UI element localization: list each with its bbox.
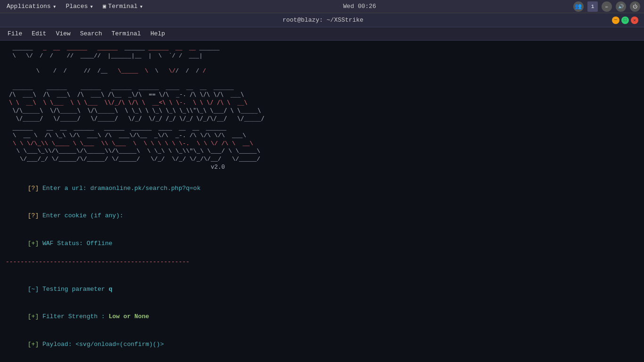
menu-search[interactable]: Search — [76, 29, 106, 38]
terminal-output: [?] Enter a url: dramaonline.pk/search.p… — [6, 174, 638, 362]
line-cookie: [?] Enter cookie (if any): — [6, 202, 638, 230]
menu-file[interactable]: File — [4, 29, 26, 38]
datetime: Wed 00:26 — [343, 3, 376, 10]
terminal-icon: ▣ — [103, 3, 106, 10]
pen-icon[interactable]: ✏ — [602, 1, 612, 12]
maximize-button[interactable]: □ — [621, 16, 629, 24]
line-efficiency: [+] Efficiency: 100% — [6, 358, 638, 362]
power-icon[interactable]: ⏻ — [630, 1, 640, 12]
terminal-label: Terminal — [108, 3, 137, 10]
empty-1 — [6, 266, 638, 275]
menu-bar: File Edit View Search Terminal Help — [0, 27, 644, 41]
line-url: [?] Enter a url: dramaonline.pk/search.p… — [6, 174, 638, 202]
xsstrike-ascii: ______ __ __ ______ ______ ______ ____ _… — [6, 124, 638, 172]
terminal-arrow: ▾ — [140, 3, 143, 10]
places-menu[interactable]: Places ▾ — [63, 2, 96, 11]
top-bar: Applications ▾ Places ▾ ▣ Terminal ▾ Wed… — [0, 0, 644, 13]
menu-edit[interactable]: Edit — [28, 29, 50, 38]
menu-terminal[interactable]: Terminal — [107, 29, 144, 38]
title-bar: root@blazy: ~/XSStrike ─ □ ✕ — [0, 13, 644, 27]
applications-label: Applications — [7, 3, 51, 10]
places-arrow: ▾ — [90, 3, 93, 10]
line-filter: [+] Filter Strength : Low or None — [6, 303, 638, 331]
applications-menu[interactable]: Applications ▾ — [4, 2, 59, 11]
places-label: Places — [66, 3, 88, 10]
line-waf: [+] WAF Status: Offline — [6, 230, 638, 257]
volume-icon[interactable]: 🔊 — [616, 1, 626, 12]
terminal-menu[interactable]: ▣ Terminal ▾ — [100, 2, 146, 11]
applications-arrow: ▾ — [53, 3, 57, 10]
line-testing-param: [~] Testing parameter q — [6, 275, 638, 303]
close-button[interactable]: ✕ — [631, 16, 638, 24]
ascii-art-banner: ______ _ __ ______ ______ ______ ______ … — [6, 44, 638, 83]
menu-view[interactable]: View — [52, 29, 74, 38]
dashed-divider: ----------------------------------------… — [6, 257, 638, 267]
workspace-indicator[interactable]: 1 — [587, 1, 598, 12]
window-title: root@blazy: ~/XSStrike — [34, 16, 612, 24]
line-payload1: [+] Payload: <svg/onload=(confirm)()> — [6, 330, 638, 358]
menu-help[interactable]: Help — [147, 29, 169, 38]
window-controls: ─ □ ✕ — [612, 16, 638, 24]
terminal[interactable]: ______ _ __ ______ ______ ______ ______ … — [0, 41, 644, 362]
minimize-button[interactable]: ─ — [612, 16, 619, 24]
users-icon[interactable]: 👥 — [573, 1, 584, 12]
ascii-art-full: ______ ______ ______ ______ ______ ____ … — [6, 83, 638, 123]
